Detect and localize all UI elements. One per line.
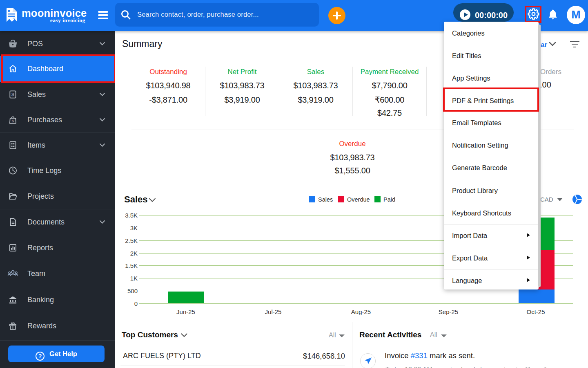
svg-text:$: $ bbox=[12, 119, 14, 123]
svg-text:$: $ bbox=[11, 92, 14, 97]
